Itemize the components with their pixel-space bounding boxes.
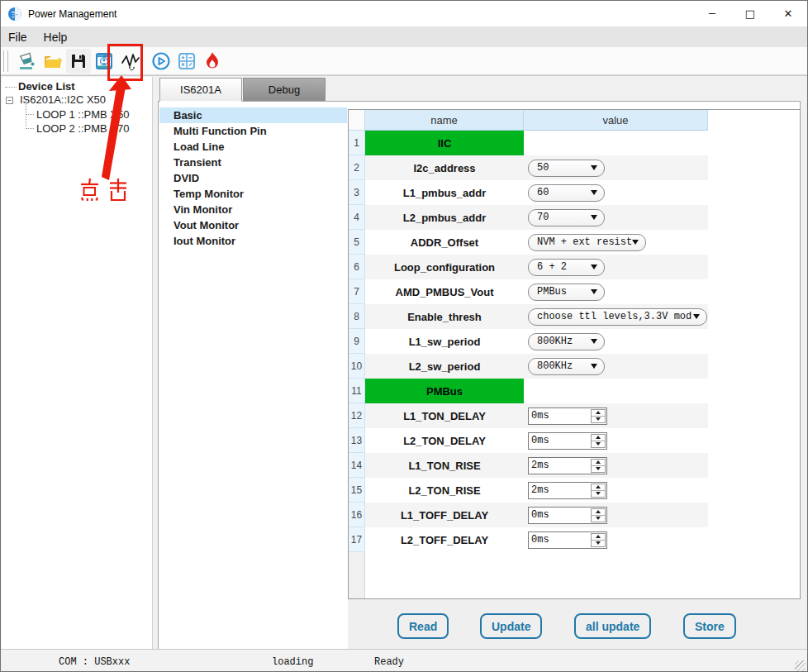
spinner-up-icon[interactable] [592,410,605,417]
nav-item-temp-monitor[interactable]: Temp Monitor [159,186,347,202]
close-button[interactable]: ✕ [769,1,807,26]
device-window-button[interactable] [92,49,116,74]
calculator-button[interactable] [174,49,199,74]
nav-item-dvid[interactable]: DVID [159,170,347,186]
param-name: L1_TON_DELAY [365,403,524,428]
dropdown-value: NVM + ext resist [537,236,632,248]
save-icon [70,53,87,69]
nav-item-iout-monitor[interactable]: Iout Monitor [159,233,347,249]
dropdown-value: 800KHz [537,360,573,372]
open-folder-button[interactable] [40,49,65,74]
row-number: 11 [349,379,365,403]
spinner-up-icon[interactable] [592,534,605,541]
update-button[interactable]: Update [480,613,542,639]
spinner-down-icon[interactable] [592,417,605,422]
table-row: 8Enable_threshchoose ttl levels,3.3V mod [349,304,800,329]
row-number: 6 [349,255,365,279]
param-name: L1_TOFF_DELAY [365,503,524,527]
up-arrow-icon [596,436,601,439]
param-name: L2_TON_DELAY [365,428,524,453]
save-button[interactable] [66,49,91,74]
minimize-button[interactable]: ─ [693,1,731,26]
action-button-strip: Read Update all update Store [348,599,801,651]
spinner-up-icon[interactable] [592,460,605,466]
spinner-up-icon[interactable] [592,509,605,516]
up-arrow-icon [596,460,601,464]
l1_toff_delay-spinner[interactable]: 0ms [528,507,607,524]
menu-help[interactable]: Help [36,26,76,47]
down-arrow-icon [596,442,601,446]
collapse-expander-icon[interactable]: − [6,97,13,104]
nav-item-basic[interactable]: Basic [159,107,347,123]
read-button[interactable]: Read [397,613,449,639]
waveform-monitor-button[interactable] [119,49,144,74]
store-button[interactable]: Store [683,613,736,639]
l2_pmbus_addr-dropdown[interactable]: 70 [528,209,605,226]
tab-debug[interactable]: Debug [243,78,326,101]
table-row: 12L1_TON_DELAY0ms [349,403,800,428]
spinner-down-icon[interactable] [592,516,605,522]
resize-grip[interactable] [795,660,806,671]
dropdown-value: 70 [537,212,549,223]
device-window-icon [94,51,114,71]
param-value-cell [524,379,708,403]
l2_toff_delay-spinner[interactable]: 0ms [528,531,607,549]
spinner-down-icon[interactable] [592,441,605,447]
spinner-down-icon[interactable] [592,466,605,472]
toolbar [1,47,807,75]
chevron-down-icon [591,165,597,170]
open-folder-icon [43,51,63,71]
down-arrow-icon [596,492,601,495]
device-tree-panel: Device List − IS6201A::I2C X50 LOOP 1 ::… [2,77,153,649]
burn-button[interactable] [200,49,225,74]
l1_sw_period-dropdown[interactable]: 800KHz [528,333,605,350]
addr_offset-dropdown[interactable]: NVM + ext resist [528,234,646,251]
chevron-down-icon [591,289,597,294]
down-arrow-icon [596,541,601,545]
spinner-up-icon[interactable] [592,484,605,491]
dropdown-value: 60 [537,187,549,198]
l2_ton_delay-spinner[interactable]: 0ms [528,432,607,450]
menu-file[interactable]: File [1,26,36,47]
l1_ton_rise-spinner[interactable]: 2ms [528,457,607,474]
param-name: L1_TON_RISE [365,453,524,478]
enable_thresh-dropdown[interactable]: choose ttl levels,3.3V mod [528,308,707,326]
row-number: 16 [349,503,365,527]
nav-item-multi-function-pin[interactable]: Multi Function Pin [159,123,347,139]
table-row: 10L2_sw_period800KHz [349,354,800,379]
param-value-cell: 0ms [524,403,708,428]
l2_ton_rise-spinner[interactable]: 2ms [528,482,607,499]
nav-item-vin-monitor[interactable]: Vin Monitor [159,202,347,217]
table-header-row: name value [349,110,800,131]
nav-item-vout-monitor[interactable]: Vout Monitor [159,217,347,233]
toolbar-drag-handle[interactable] [3,50,8,72]
down-arrow-icon [596,467,601,470]
loop_configuration-dropdown[interactable]: 6 + 2 [528,259,605,276]
spinner-up-icon[interactable] [592,435,605,441]
param-name: L2_sw_period [365,354,524,379]
section-header-pmbus: PMBus [365,379,524,403]
l1_ton_delay-spinner[interactable]: 0ms [528,407,607,425]
row-number: 9 [349,329,365,354]
nav-item-load-line[interactable]: Load Line [159,139,347,155]
amd_pmbus_vout-dropdown[interactable]: PMBus [528,284,605,301]
dropdown-value: choose ttl levels,3.3V mod [537,311,692,322]
row-number: 10 [349,354,365,379]
run-button[interactable] [149,49,173,74]
fill-tool-icon [17,51,37,71]
tree-item-device[interactable]: − IS6201A::I2C X50 [2,93,152,107]
fill-tool-button[interactable] [15,49,40,74]
maximize-button[interactable]: □ [731,1,769,26]
l2_sw_period-dropdown[interactable]: 800KHz [528,358,605,375]
all-update-button[interactable]: all update [574,613,651,639]
table-header-name: name [365,110,524,131]
param-value-cell: 0ms [524,527,708,552]
i2c_address-dropdown[interactable]: 50 [528,160,605,177]
row-number: 5 [349,230,365,255]
spinner-down-icon[interactable] [592,541,605,546]
nav-item-transient[interactable]: Transient [159,155,347,170]
spinner-down-icon[interactable] [592,491,605,497]
param-name: L2_pmbus_addr [365,205,524,230]
tab-is6201a[interactable]: IS6201A [159,78,242,102]
l1_pmbus_addr-dropdown[interactable]: 60 [528,184,605,202]
